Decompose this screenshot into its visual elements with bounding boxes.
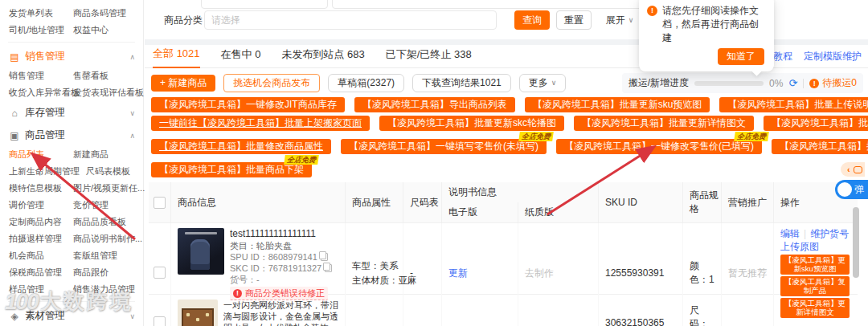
toolbox-edit-attrs-button[interactable]: 【凌风跨境工具箱】批量修改商品属性 (151, 139, 331, 154)
make-paper-manual-link[interactable]: 去制作 (525, 267, 554, 280)
toolbox-upload-manual-button[interactable]: 【凌风跨境工具箱】批量上传说明书 (719, 97, 868, 112)
select-all-checkbox[interactable] (154, 197, 166, 209)
divider (803, 79, 804, 88)
sidebar-row: 保税商品管理 商品跟价 (0, 264, 143, 281)
sidebar-item-price-adjust[interactable]: 调价管理 (9, 198, 67, 212)
maintain-artno-link[interactable]: 维护货号 (810, 228, 849, 240)
sidebar-row: 发货单列表 商品条码管理 (0, 5, 143, 22)
sidebar-item-benefits[interactable]: 权益中心 (73, 23, 108, 37)
search-button[interactable]: 查询 (514, 10, 550, 30)
refresh-icon[interactable]: ⟳ (788, 79, 797, 88)
header-marketing: 营销推广 (722, 182, 774, 222)
pending-transfer-link[interactable]: !待搬运0 (809, 76, 857, 90)
toggle-label: 弹 (854, 183, 864, 197)
tab-offline[interactable]: 已下架/已终止 338 (386, 47, 472, 67)
collapse-chat-widget[interactable]: ‹ (841, 162, 865, 177)
toolbox-sku-preview-button[interactable]: 【凌风跨境工具箱】批量更新sku预览图 (525, 97, 710, 112)
chevron-down-icon: ∨ (628, 16, 634, 24)
reset-button[interactable]: 重置 (556, 10, 592, 30)
toolbox-publish-site-button[interactable]: 【凌风跨境工具箱】批量发布站点全店免费 (772, 139, 868, 154)
copy-icon[interactable] (325, 264, 332, 272)
product-table: 商品信息 商品属性 尺码表 说明书信息 电子版 纸质版 SKU ID 商品规格 … (149, 182, 858, 326)
toolbox-row-3: 【凌风跨境工具箱】批量修改商品属性 【凌风跨境工具箱】一键填写零售价(未填写)全… (151, 139, 868, 154)
sidebar-item-photo-sample[interactable]: 拍摄退样管理 (9, 232, 67, 246)
toolbox-jit-stock-button[interactable]: 【凌风跨境工具箱】一键修改JIT商品库存 (151, 97, 345, 112)
filter-select-cropped[interactable] (201, 0, 328, 9)
draft-box-button[interactable]: 草稿箱(2327) (328, 74, 404, 92)
toolbox-fill-price-button[interactable]: 【凌风跨境工具箱】一键填写零售价(未填写)全店免费 (341, 139, 547, 154)
update-manual-link[interactable]: 更新 (448, 267, 468, 280)
copy-icon[interactable] (321, 253, 328, 261)
sidebar-section-product[interactable]: ▣ 商品管理 ∧ (0, 124, 143, 146)
sidebar-item-bonded[interactable]: 保税商品管理 (9, 266, 67, 279)
sidebar-item-barcode[interactable]: 商品条码管理 (73, 6, 126, 20)
divider: | (804, 228, 806, 240)
table-scrollbar[interactable] (853, 207, 859, 278)
material-icon: ◈ (9, 311, 20, 322)
chevron-down-icon: ∨ (551, 77, 557, 89)
sidebar-item-lifecycle[interactable]: 上新生命周期管理 (9, 165, 80, 178)
sidebar-item-custom-content[interactable]: 定制商品内容 (9, 215, 67, 229)
alert-icon: ! (647, 6, 657, 16)
sidebar-item-manual-making[interactable]: 商品说明书制作... (73, 232, 142, 246)
upload-original-link[interactable]: 上传原图 (780, 241, 819, 253)
sidebar-item-driver-address[interactable]: 司机/地址管理 (9, 23, 67, 37)
sidebar-item-inbound-anomaly[interactable]: 收货入库异常看板 (9, 86, 67, 100)
sidebar-item-opportunity[interactable]: 机会商品 (9, 249, 67, 263)
sidebar-item-model-info[interactable]: 模特信息模板 (9, 181, 67, 195)
toolbox-detail-image-button[interactable]: 【凌风跨境工具箱】批量更新详情图文 (574, 116, 754, 131)
link-custom-template[interactable]: 定制模版维护 (804, 50, 862, 63)
edit-link[interactable]: 编辑 (780, 228, 800, 240)
sidebar-item-sales-mgmt[interactable]: 销售管理 (9, 69, 67, 83)
toolbox-copy-product-button[interactable]: 【凌风工具箱】复制产品 (780, 276, 850, 296)
tab-on-sale[interactable]: 在售中 0 (221, 47, 261, 67)
sidebar-item-shipping-evaluation[interactable]: 发货表现评估看板 (73, 86, 144, 100)
sidebar-item-samples[interactable]: 样品管理 (9, 283, 67, 296)
tab-unpublished[interactable]: 未发布到站点 683 (281, 47, 364, 67)
sidebar-item-bidding[interactable]: 竞价管理 (73, 198, 108, 212)
header-sku-id: SKU ID (599, 182, 683, 222)
toolbox-batch-move-button[interactable]: 一键前往【凌风跨境工具箱】批量上架搬家页面 (151, 116, 370, 131)
toolbox-edit-price-button[interactable]: 【凌风跨境工具箱】一键修改零售价(已填写)全店免费 (556, 139, 762, 154)
free-tag: 全店免费 (518, 132, 554, 141)
toolbox-skc-carousel-button[interactable]: 【凌风跨境工具箱】批量更新skc轮播图 (379, 116, 564, 131)
sidebar-row: 调价管理 竞价管理 (0, 197, 143, 214)
toolbox-update-sku-preview-button[interactable]: 【凌风工具箱】更新sku预览图 (780, 255, 850, 275)
sidebar-item-template-group[interactable]: 套版组管理 (73, 249, 117, 263)
sidebar-section-inventory[interactable]: ⌂ 库存管理 ∨ (0, 101, 143, 124)
sidebar-item-media-update[interactable]: 图片/视频更新任... (73, 181, 145, 195)
sidebar-section-material[interactable]: ◈ 素材管理 ∨ (0, 304, 143, 326)
spu-id: SPU ID：8608979141 (230, 251, 317, 263)
guide-toast: ! 请您先仔细阅读操作文档，然后再进行商品创建 知道了 (639, 0, 774, 71)
action-bar: + 新建商品 挑选机会商品发布 草稿箱(2327) 下载查询结果1021 更多∨… (151, 74, 868, 92)
sidebar-item-size-template[interactable]: 尺码表模板 (86, 165, 130, 178)
transfer-progress: 搬运/新增进度 0% ⟳ !待搬运0 (622, 73, 863, 93)
sidebar-item-quality-board[interactable]: 商品品质看板 (73, 215, 126, 229)
article-number: 货号：- (230, 274, 332, 285)
popup-toggle[interactable]: 弹 (835, 180, 868, 199)
expand-button[interactable]: 展开∨ (600, 10, 640, 30)
sidebar-row: 模特信息模板 图片/视频更新任... (0, 180, 143, 197)
got-it-button[interactable]: 知道了 (718, 48, 764, 65)
sidebar-item-shipping-orders[interactable]: 发货单列表 (9, 6, 67, 20)
more-button[interactable]: 更多∨ (519, 74, 567, 92)
header-size-chart: 尺码表 (403, 182, 442, 222)
sidebar-item-product-list-active[interactable]: 商品列表 (9, 148, 67, 161)
sidebar-section-sales[interactable]: ▤ 销售管理 ∧ (0, 45, 143, 67)
download-results-button[interactable]: 下载查询结果1021 (412, 74, 511, 92)
tab-all[interactable]: 全部 1021 (153, 47, 200, 68)
toolbox-batch-offline-button[interactable]: 【凌风跨境工具箱】批量商品下架全店免费 (151, 162, 312, 177)
sidebar-item-new-product[interactable]: 新建商品 (73, 148, 108, 161)
new-product-button[interactable]: + 新建商品 (151, 75, 215, 92)
row-checkbox[interactable] (154, 316, 166, 326)
toggle-knob (837, 182, 852, 197)
alert-icon: ! (809, 79, 819, 88)
sidebar-item-potential[interactable]: 销售潜力品管理 (73, 283, 135, 296)
category-select[interactable] (204, 10, 497, 30)
row-checkbox[interactable] (154, 267, 166, 279)
sidebar-item-price-follow[interactable]: 商品跟价 (73, 266, 108, 279)
toolbox-export-list-button[interactable]: 【凌风跨境工具箱】导出商品列表 (354, 97, 515, 112)
toolbox-batch-apply-button[interactable]: 【凌风跨境工具箱】批量商品申请 (764, 116, 868, 131)
sidebar-item-soldout-board[interactable]: 售罄看板 (73, 69, 108, 83)
pick-opportunity-button[interactable]: 挑选机会商品发布 (223, 74, 320, 92)
